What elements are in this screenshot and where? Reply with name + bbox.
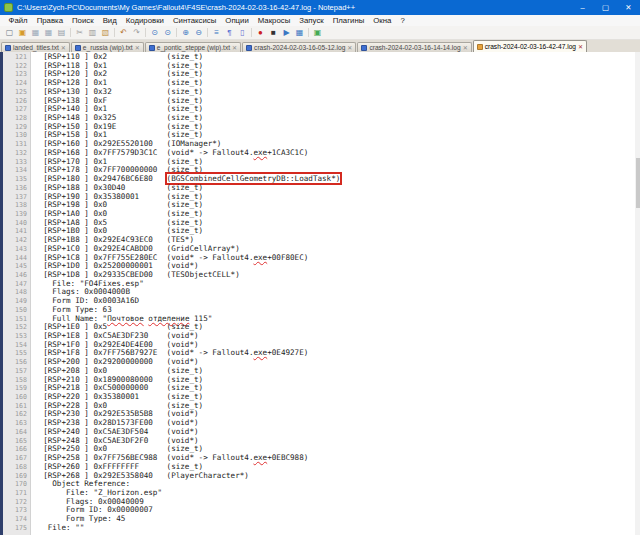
play-macro-icon[interactable]: ▶	[281, 27, 292, 38]
editor-area[interactable]: 121 [RSP+110 ] 0x2 (size_t)122 [RSP+118 …	[0, 52, 640, 535]
maximize-button[interactable]: ▢	[594, 0, 617, 15]
save-icon[interactable]: ▦	[30, 27, 41, 38]
menu-item-plugins[interactable]: Плагины	[328, 16, 369, 25]
line-number: 175	[3, 524, 30, 533]
line-number: 159	[3, 384, 30, 393]
tab-close-icon[interactable]: ✕	[135, 44, 140, 51]
menu-item-run[interactable]: Запуск	[295, 16, 328, 25]
line-number: 141	[3, 227, 30, 236]
line-number: 168	[3, 463, 30, 472]
cut-icon[interactable]: ✂	[74, 27, 85, 38]
menu-item-file[interactable]: Файл	[4, 16, 32, 25]
line-number: 166	[3, 445, 30, 454]
line-number: 173	[3, 506, 30, 515]
record-macro-icon[interactable]: ●	[255, 27, 266, 38]
menu-item-edit[interactable]: Правка	[32, 16, 67, 25]
line-number: 125	[3, 88, 30, 97]
indent-guide-icon[interactable]: ▯	[237, 27, 248, 38]
line-number: 167	[3, 454, 30, 463]
copy-icon[interactable]: ▥	[87, 27, 98, 38]
line-number: 132	[3, 149, 30, 158]
tab-e-pontic-steppe[interactable]: e_pontic_steppe (wip).txt✕	[145, 42, 241, 52]
zoom-out-icon[interactable]: ⊖	[193, 27, 204, 38]
undo-icon[interactable]: ↶	[118, 27, 129, 38]
menu-item-search[interactable]: Поиск	[68, 16, 99, 25]
zoom-in-icon[interactable]: ⊕	[180, 27, 191, 38]
save-macro-icon[interactable]: ▦	[294, 27, 305, 38]
tab-label: crash-2024-02-03-16-42-47.log	[485, 43, 576, 50]
line-number: 137	[3, 193, 30, 202]
code-line: 175 File: ""	[0, 524, 635, 533]
line-number: 133	[3, 158, 30, 167]
toolbar-separator	[308, 28, 309, 37]
toolbar-separator	[207, 28, 208, 37]
line-number: 121	[3, 53, 30, 62]
tab-close-icon[interactable]: ✕	[463, 44, 468, 51]
save-all-icon[interactable]: ▦	[43, 27, 54, 38]
tab-e-russia[interactable]: e_russia (wip).txt✕	[71, 42, 144, 52]
line-number: 145	[3, 262, 30, 271]
new-file-icon[interactable]: ▢	[4, 27, 15, 38]
tab-close-icon[interactable]: ✕	[61, 44, 66, 51]
redo-icon[interactable]: ↷	[131, 27, 142, 38]
line-number: 163	[3, 419, 30, 428]
line-number: 170	[3, 480, 30, 489]
tab-crash-16-42-47[interactable]: crash-2024-02-03-16-42-47.log✕	[473, 40, 587, 52]
monitoring-icon[interactable]: ▣	[312, 27, 323, 38]
scrollbar-thumb[interactable]	[636, 158, 640, 208]
tab-landed-titles[interactable]: landed_titles.txt✕	[1, 42, 70, 52]
menu-item-encoding[interactable]: Кодировки	[121, 16, 168, 25]
paste-icon[interactable]: ▧	[100, 27, 111, 38]
line-text: File: ""	[30, 524, 84, 533]
line-number: 122	[3, 62, 30, 71]
line-number: 128	[3, 114, 30, 123]
menu-item-window[interactable]: Окна	[369, 16, 396, 25]
show-all-chars-icon[interactable]: ¶	[224, 27, 235, 38]
tab-close-icon[interactable]: ✕	[578, 43, 583, 50]
line-number: 134	[3, 166, 30, 175]
line-number: 148	[3, 288, 30, 297]
toolbar-separator	[251, 28, 252, 37]
close-button[interactable]: ✕	[617, 0, 640, 15]
line-number: 154	[3, 341, 30, 350]
tab-close-icon[interactable]: ✕	[347, 44, 352, 51]
line-number: 123	[3, 70, 30, 79]
line-number: 146	[3, 271, 30, 280]
line-number: 174	[3, 515, 30, 524]
toolbar-separator	[70, 28, 71, 37]
line-number: 160	[3, 393, 30, 402]
menu-item-view[interactable]: Вид	[98, 16, 121, 25]
tab-bar: landed_titles.txt✕e_russia (wip).txt✕e_p…	[0, 40, 640, 52]
saved-file-icon	[75, 45, 81, 51]
line-number: 124	[3, 79, 30, 88]
vertical-scrollbar[interactable]	[635, 52, 640, 535]
menu-item-language[interactable]: Синтаксисы	[168, 16, 220, 25]
line-number: 140	[3, 219, 30, 228]
saved-file-icon	[477, 44, 483, 50]
line-number: 127	[3, 105, 30, 114]
tab-close-icon[interactable]: ✕	[232, 44, 237, 51]
open-folder-icon[interactable]: ▣	[17, 27, 28, 38]
replace-icon[interactable]: ⊙	[162, 27, 173, 38]
line-number: 157	[3, 367, 30, 376]
stop-macro-icon[interactable]: ■	[268, 27, 279, 38]
word-wrap-icon[interactable]: ≡	[211, 27, 222, 38]
notepadpp-app-icon	[4, 3, 13, 12]
minimize-button[interactable]: –	[571, 0, 594, 15]
menu-item-macro[interactable]: Макросы	[253, 16, 295, 25]
menu-item-help[interactable]: ?	[396, 16, 409, 25]
notepadpp-window: C:\Users\Zych-PC\Documents\My Games\Fall…	[0, 0, 640, 535]
tab-crash-16-05-12[interactable]: crash-2024-02-03-16-05-12.log✕	[242, 42, 356, 52]
saved-file-icon	[149, 45, 155, 51]
print-icon[interactable]: ▤	[56, 27, 67, 38]
code-lines: 121 [RSP+110 ] 0x2 (size_t)122 [RSP+118 …	[0, 53, 635, 533]
tab-label: e_pontic_steppe (wip).txt	[157, 44, 230, 51]
saved-file-icon	[246, 45, 252, 51]
find-icon[interactable]: ⊙	[149, 27, 160, 38]
line-number: 147	[3, 280, 30, 289]
menu-item-settings[interactable]: Опции	[221, 16, 253, 25]
line-number: 136	[3, 184, 30, 193]
tab-crash-16-14-14[interactable]: crash-2024-02-03-16-14-14.log✕	[357, 42, 471, 52]
toolbar-separator	[145, 28, 146, 37]
line-number: 162	[3, 410, 30, 419]
